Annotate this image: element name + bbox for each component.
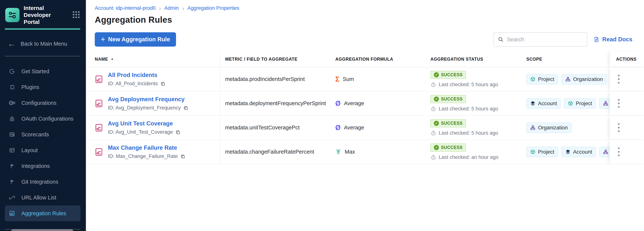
plugins-icon: [9, 84, 16, 91]
sidebar-item-scorecards[interactable]: Scorecards: [5, 127, 80, 142]
document-icon: [593, 36, 600, 43]
column-header-name[interactable]: NAME ▲: [86, 52, 220, 67]
sidebar-item-label: Plugins: [22, 84, 39, 90]
sidebar-item-layout[interactable]: Layout: [5, 142, 80, 158]
scope-chip-project: Project: [526, 74, 558, 85]
sidebar-item-aggregation-rules[interactable]: Aggregation Rules: [5, 205, 80, 221]
back-to-main-menu[interactable]: ← Back to Main Menu: [0, 40, 86, 48]
rule-name-link[interactable]: Max Change Failure Rate: [108, 144, 186, 151]
read-docs-link[interactable]: Read Docs: [593, 36, 632, 43]
breadcrumb-account-link[interactable]: Account: idp-internal-prod0: [95, 5, 156, 11]
search-input[interactable]: [507, 36, 583, 43]
column-header-status: AGGREGATION STATUS: [430, 52, 526, 67]
sidebar-item-label: Configurations: [22, 100, 56, 106]
sidebar: Internal Developer Portal ← Back to Main…: [0, 0, 86, 231]
stopwatch-icon: [430, 154, 436, 160]
average-icon: Ø: [335, 100, 340, 107]
scope-chip-account: Account: [526, 98, 561, 109]
search-icon: [498, 37, 504, 43]
organization-tree-icon: [603, 149, 608, 155]
read-docs-label: Read Docs: [602, 36, 632, 43]
row-actions-kebab-menu[interactable]: [616, 96, 622, 110]
integrations-branch-icon: [9, 163, 16, 169]
sum-sigma-icon: Σ: [335, 76, 340, 83]
check-circle-icon: ✓: [434, 97, 439, 102]
row-actions-kebab-menu[interactable]: [616, 121, 622, 135]
scope-chip-organization: Organization: [526, 122, 572, 133]
formula-label: Average: [344, 125, 364, 131]
formula-label: Average: [344, 100, 364, 106]
scope-chip-project: Project: [526, 147, 558, 157]
table-row: Max Change Failure Rate ID: Max_Change_F…: [86, 140, 644, 164]
copy-icon[interactable]: [183, 105, 188, 110]
sidebar-item-configurations[interactable]: ⚙⚙ Configurations: [5, 95, 80, 111]
sidebar-item-get-started[interactable]: Get Started: [5, 64, 80, 79]
breadcrumb-aggregation-properties-link[interactable]: Aggregation Properties: [188, 5, 239, 11]
sidebar-item-label: URL Allow List: [22, 194, 56, 201]
sidebar-item-plugins[interactable]: Plugins: [5, 79, 80, 95]
project-cube-icon: [530, 149, 536, 155]
toolbar: + New Aggregation Rule Read Docs: [95, 32, 632, 47]
account-layers-icon: [530, 101, 536, 106]
column-header-scope: SCOPE: [526, 52, 609, 67]
scorecards-icon: [9, 131, 16, 138]
organization-tree-icon: [603, 101, 608, 106]
sidebar-nav: Get Started Plugins ⚙⚙ Configurations: [0, 64, 86, 221]
sidebar-item-label: Git Integrations: [22, 179, 58, 185]
configurations-icon: ⚙⚙: [9, 100, 16, 106]
scope-chips: Project Organization: [526, 74, 607, 85]
sidebar-item-git-integrations[interactable]: Git Integrations: [5, 174, 80, 190]
aggregation-rule-icon: [95, 123, 103, 132]
sidebar-item-label: Integrations: [22, 163, 50, 169]
aggregation-rule-icon: [95, 75, 103, 84]
get-started-icon: [9, 68, 16, 75]
toolbar-right: Read Docs: [494, 32, 632, 47]
sidebar-item-oauth-configurations[interactable]: OAuth Configurations: [5, 111, 80, 127]
rule-id-text: ID: All_Prod_Incidents: [108, 81, 158, 87]
breadcrumb-admin-link[interactable]: Admin: [164, 5, 179, 11]
page-title: Aggregation Rules: [95, 15, 644, 25]
rule-id-text: ID: Avg_Unit_Test_Coverage: [108, 129, 173, 135]
sidebar-bottom-widget[interactable]: [11, 229, 73, 231]
copy-icon[interactable]: [160, 81, 166, 86]
last-checked: Last checked: an hour ago: [430, 154, 498, 160]
average-icon: Ø: [335, 124, 340, 131]
main-content: Account: idp-internal-prod0 › Admin › Ag…: [86, 0, 644, 231]
new-rule-button-label: New Aggregation Rule: [108, 36, 170, 43]
chevron-right-icon: ›: [159, 5, 161, 11]
row-actions-kebab-menu[interactable]: [616, 72, 622, 86]
back-label: Back to Main Menu: [21, 41, 67, 47]
rule-name-link[interactable]: Avg Deployment Frequency: [108, 96, 188, 103]
metric-field: metadata.deploymentFrequencyPerSprint: [220, 91, 335, 115]
copy-icon[interactable]: [176, 130, 180, 135]
sidebar-item-label: Scorecards: [22, 131, 49, 138]
formula-label: Sum: [343, 76, 354, 82]
idp-logo-icon: [5, 8, 20, 22]
last-checked: Last checked: 5 hours ago: [430, 106, 498, 112]
organization-tree-icon: [530, 125, 536, 130]
rule-name-link[interactable]: Avg Unit Test Coverage: [108, 120, 180, 127]
aggregation-rules-icon: [9, 210, 16, 217]
sidebar-item-integrations[interactable]: Integrations: [5, 158, 80, 174]
aggregation-rules-table: NAME ▲ METRIC / FIELD TO AGGREGATE AGGRE…: [86, 52, 644, 164]
metric-field: metadata.changeFailureRatePercent: [220, 140, 335, 164]
sidebar-item-url-allow-list[interactable]: URL Allow List: [5, 190, 80, 205]
app-grid-icon[interactable]: [72, 10, 80, 20]
account-layers-icon: [565, 149, 571, 155]
column-header-metric: METRIC / FIELD TO AGGREGATE: [220, 52, 335, 67]
table-row: Avg Deployment Frequency ID: Avg_Deploym…: [86, 91, 644, 116]
check-circle-icon: ✓: [434, 145, 439, 150]
rule-name-link[interactable]: All Prod Incidents: [108, 72, 166, 79]
sidebar-item-label: Layout: [22, 147, 38, 153]
status-badge: ✓ SUCCESS: [430, 71, 466, 79]
stopwatch-icon: [430, 130, 436, 136]
plus-icon: +: [101, 36, 105, 43]
rule-id-text: ID: Max_Change_Failure_Rate: [108, 153, 178, 159]
sidebar-item-label: OAuth Configurations: [22, 116, 73, 122]
new-aggregation-rule-button[interactable]: + New Aggregation Rule: [95, 32, 176, 47]
column-header-actions: ACTIONS: [609, 52, 644, 67]
row-actions-kebab-menu[interactable]: [616, 145, 622, 159]
stopwatch-icon: [430, 106, 436, 112]
last-checked: Last checked: 5 hours ago: [430, 82, 498, 88]
copy-icon[interactable]: [180, 154, 186, 159]
